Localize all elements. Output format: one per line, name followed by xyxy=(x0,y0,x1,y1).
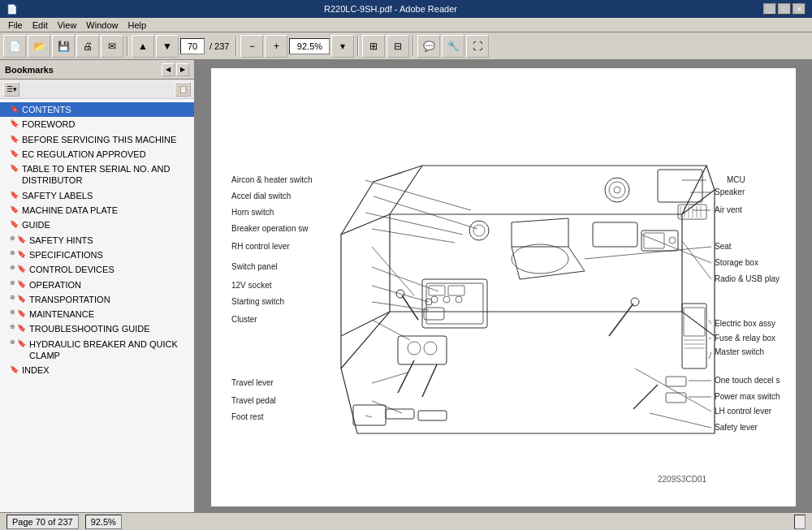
sidebar-item-operation[interactable]: ⊕ 🔖 OPERATION xyxy=(0,278,194,292)
svg-point-32 xyxy=(614,187,620,193)
sidebar-item-specifications[interactable]: ⊕ 🔖 SPECIFICATIONS xyxy=(0,248,194,262)
label-power-max: Power max switch xyxy=(715,392,780,401)
zoom-input[interactable] xyxy=(289,38,330,54)
svg-rect-4 xyxy=(448,286,464,295)
maximize-button[interactable]: □ xyxy=(778,3,791,15)
label-electric-box: Electric box assy xyxy=(715,319,775,328)
zoom-in-button[interactable]: + xyxy=(265,35,287,58)
sidebar-item-troubleshooting[interactable]: ⊕ 🔖 TROUBLESHOOTING GUIDE xyxy=(0,321,194,336)
status-zoom: 92.5% xyxy=(85,515,122,529)
menu-view[interactable]: View xyxy=(53,19,82,31)
fit-width-button[interactable]: ⊟ xyxy=(387,35,409,58)
zoom-dropdown-button[interactable]: ▾ xyxy=(331,35,354,58)
sidebar-item-label-safety-labels: SAFETY LABELS xyxy=(22,190,191,201)
status-page: Page 70 of 237 xyxy=(6,515,79,529)
svg-line-64 xyxy=(682,241,711,279)
svg-rect-20 xyxy=(353,405,386,425)
bookmark-icon-control: 🔖 xyxy=(17,265,26,274)
svg-rect-1 xyxy=(422,279,487,328)
bookmark-icon-guide: 🔖 xyxy=(10,220,19,230)
menu-window[interactable]: Window xyxy=(81,19,123,31)
sidebar-item-label-safety-hints: SAFETY HINTS xyxy=(29,235,191,246)
sidebar-item-guide[interactable]: 🔖 GUIDE xyxy=(0,218,194,232)
sidebar-item-machine-data[interactable]: 🔖 MACHINE DATA PLATE xyxy=(0,203,194,218)
svg-rect-10 xyxy=(424,308,444,320)
bookmark-icon-serial: 🔖 xyxy=(10,164,19,174)
svg-point-6 xyxy=(443,296,450,303)
svg-point-0 xyxy=(512,244,568,274)
expand-icon-specs: ⊕ xyxy=(10,249,15,257)
print-button[interactable]: 🖨 xyxy=(76,35,99,58)
zoom-out-button[interactable]: − xyxy=(240,35,263,58)
label-cluster: Cluster xyxy=(231,315,257,324)
svg-rect-33 xyxy=(658,170,702,202)
svg-line-55 xyxy=(372,320,410,340)
minimize-button[interactable]: _ xyxy=(763,3,776,15)
comment-button[interactable]: 💬 xyxy=(417,35,440,58)
sidebar-item-foreword[interactable]: 🔖 FOREWORD xyxy=(0,117,194,131)
email-button[interactable]: ✉ xyxy=(101,35,123,58)
svg-line-56 xyxy=(372,373,408,383)
svg-point-42 xyxy=(473,225,485,236)
svg-line-48 xyxy=(374,196,477,229)
sidebar-item-safety-hints[interactable]: ⊕ 🔖 SAFETY HINTS xyxy=(0,233,194,248)
sidebar-menu-button[interactable]: ☰▾ xyxy=(3,82,19,97)
sidebar-item-label-contents: CONTENTS xyxy=(22,104,191,115)
prev-page-button[interactable]: ▲ xyxy=(132,35,154,58)
svg-rect-19 xyxy=(418,411,447,420)
bookmark-icon-transport: 🔖 xyxy=(17,295,26,304)
window-controls: _ □ ✕ xyxy=(763,3,806,15)
sidebar-item-index[interactable]: 🔖 INDEX xyxy=(0,363,194,377)
pdf-area[interactable]: Aircon & heater switch Accel dial switch… xyxy=(195,60,812,512)
menu-file[interactable]: File xyxy=(3,19,28,31)
sidebar-item-ec-regulation[interactable]: 🔖 EC REGULATION APPROVED xyxy=(0,147,194,162)
sidebar-item-hydraulic[interactable]: ⊕ 🔖 HYDRAULIC BREAKER AND QUICK CLAMP xyxy=(0,337,194,364)
sidebar-item-label-serial: TABLE TO ENTER SERIAL NO. AND DISTRIBUTO… xyxy=(22,163,191,187)
label-speaker: Speaker xyxy=(715,187,745,196)
label-travel-lever: Travel lever xyxy=(231,378,274,387)
sidebar: Bookmarks ◀ ▶ ☰▾ 📋 🔖 CONTENTS 🔖 FOREWORD… xyxy=(0,60,195,512)
app-icon: 📄 xyxy=(6,4,18,15)
sidebar-item-control-devices[interactable]: ⊕ 🔖 CONTROL DEVICES xyxy=(0,262,194,277)
svg-line-50 xyxy=(372,229,455,243)
sidebar-item-label-guide: GUIDE xyxy=(22,219,191,231)
label-master-switch: Master switch xyxy=(715,347,764,356)
menu-help[interactable]: Help xyxy=(123,19,151,31)
bookmark-icon-hydraulic: 🔖 xyxy=(17,339,26,349)
sidebar-item-contents[interactable]: 🔖 CONTENTS xyxy=(0,102,194,117)
sidebar-item-label-before: BEFORE SERVICING THIS MACHINE xyxy=(22,134,191,145)
close-button[interactable]: ✕ xyxy=(793,3,806,15)
new-button[interactable]: 📄 xyxy=(3,35,26,58)
label-air-vent: Air vent xyxy=(715,205,742,214)
label-decel: One touch decel switch xyxy=(715,376,780,385)
label-fuse-relay: Fuse & relay box xyxy=(715,334,775,343)
svg-line-54 xyxy=(372,302,429,310)
svg-point-30 xyxy=(605,178,629,202)
sidebar-item-label-machine: MACHINE DATA PLATE xyxy=(22,205,191,216)
label-storage: Storage box xyxy=(715,258,758,267)
label-travel-pedal: Travel pedal xyxy=(231,396,276,405)
svg-point-28 xyxy=(669,237,676,243)
sidebar-item-table-serial[interactable]: 🔖 TABLE TO ENTER SERIAL NO. AND DISTRIBU… xyxy=(0,162,194,188)
sidebar-item-safety-labels[interactable]: 🔖 SAFETY LABELS xyxy=(0,188,194,203)
save-button[interactable]: 💾 xyxy=(52,35,75,58)
sidebar-item-maintenance[interactable]: ⊕ 🔖 MAINTENANCE xyxy=(0,307,194,321)
svg-line-53 xyxy=(372,286,429,302)
sidebar-collapse-button[interactable]: ◀ xyxy=(162,63,175,76)
sidebar-option-button[interactable]: 📋 xyxy=(175,82,191,97)
fullscreen-button[interactable]: ⛶ xyxy=(466,35,489,58)
svg-point-13 xyxy=(424,342,437,355)
page-number-input[interactable] xyxy=(180,38,205,54)
label-seat: Seat xyxy=(715,242,732,251)
svg-rect-11 xyxy=(398,336,447,364)
expand-icon-trouble: ⊕ xyxy=(10,323,15,331)
fit-page-button[interactable]: ⊞ xyxy=(362,35,385,58)
tools-button[interactable]: 🔧 xyxy=(442,35,464,58)
sidebar-expand-button[interactable]: ▶ xyxy=(176,63,189,76)
menu-edit[interactable]: Edit xyxy=(28,19,53,31)
sidebar-item-before-servicing[interactable]: 🔖 BEFORE SERVICING THIS MACHINE xyxy=(0,132,194,147)
next-page-button[interactable]: ▼ xyxy=(156,35,179,58)
sidebar-item-transportation[interactable]: ⊕ 🔖 TRANSPORTATION xyxy=(0,292,194,307)
svg-point-12 xyxy=(408,342,421,355)
open-button[interactable]: 📂 xyxy=(28,35,50,58)
